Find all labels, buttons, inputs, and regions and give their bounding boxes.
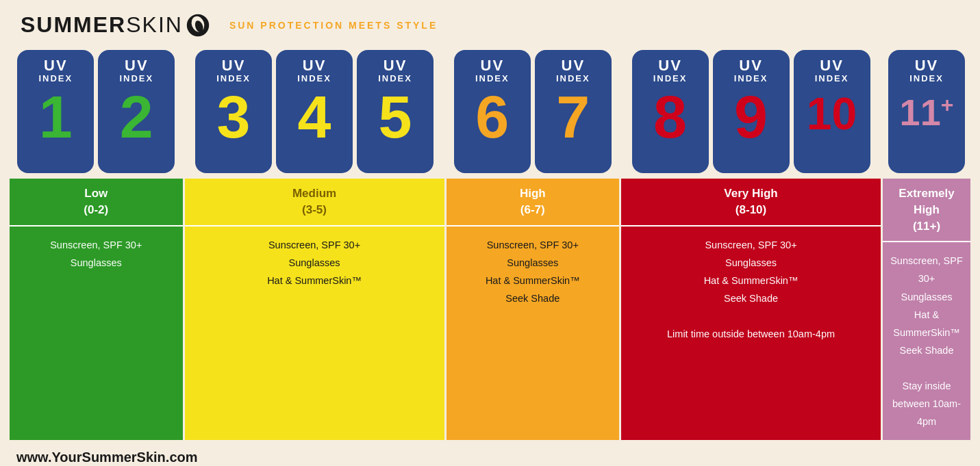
- uv-number-3: 3: [217, 87, 251, 147]
- uv-label-5: UV INDEX: [378, 58, 412, 84]
- extreme-badges: UV INDEX 11+: [883, 44, 970, 179]
- uv-label-1: UV INDEX: [38, 58, 73, 84]
- uv-badge-10: UV INDEX 10: [794, 50, 870, 173]
- medium-badges: UV INDEX 3 UV INDEX 4 UV: [185, 44, 444, 179]
- uv-badge-1: UV INDEX 1: [17, 50, 94, 173]
- info-extreme: Sunscreen, SPF 30+SunglassesHat & Summer…: [883, 241, 970, 440]
- uv-badge-8: UV INDEX 8: [632, 50, 709, 173]
- group-medium: UV INDEX 3 UV INDEX 4 UV: [185, 44, 447, 440]
- group-very-high: UV INDEX 8 UV INDEX 9 UV: [621, 44, 883, 440]
- uv-badge-4: UV INDEX 4: [276, 50, 353, 173]
- group-low: UV INDEX 1 UV INDEX 2 Low: [10, 44, 185, 440]
- uv-badge-2: UV INDEX 2: [98, 50, 175, 173]
- brand-logo: SUMMER SKIN: [21, 12, 210, 38]
- cat-range-low: (0-2): [84, 203, 108, 216]
- info-high: Sunscreen, SPF 30+SunglassesHat & Summer…: [447, 225, 620, 441]
- uv-number-6: 6: [475, 87, 509, 147]
- cat-range-high: (6-7): [520, 203, 545, 216]
- page: { "brand": { "summer": "SUMMER", "skin":…: [0, 0, 980, 466]
- uv-number-2: 2: [120, 87, 153, 147]
- cat-range-medium: (3-5): [302, 203, 327, 216]
- group-high: UV INDEX 6 UV INDEX 7 High: [447, 44, 622, 440]
- footer-url: www.YourSummerSkin.com: [16, 450, 198, 465]
- info-very-high: Sunscreen, SPF 30+SunglassesHat & Summer…: [621, 225, 881, 441]
- very-high-badges: UV INDEX 8 UV INDEX 9 UV: [621, 44, 881, 179]
- cat-label-low: Low: [84, 187, 108, 200]
- uv-number-11: 11+: [900, 94, 954, 131]
- uv-badge-11: UV INDEX 11+: [888, 50, 965, 173]
- brand-skin: SKIN: [126, 12, 183, 38]
- brand-tagline: SUN PROTECTION MEETS STYLE: [229, 20, 438, 31]
- info-medium: Sunscreen, SPF 30+SunglassesHat & Summer…: [185, 225, 444, 441]
- low-badges: UV INDEX 1 UV INDEX 2: [10, 44, 183, 179]
- cat-label-very-high: Very High: [724, 187, 777, 200]
- uv-badge-6: UV INDEX 6: [454, 50, 531, 173]
- footer: www.YourSummerSkin.com: [0, 440, 980, 466]
- category-low: Low (0-2): [10, 179, 183, 225]
- group-extreme: UV INDEX 11+ Extremely High (11+) Sunscr…: [883, 44, 970, 440]
- main-content: UV INDEX 1 UV INDEX 2 Low: [0, 44, 980, 440]
- uv-badge-9: UV INDEX 9: [713, 50, 790, 173]
- cat-label-high: High: [520, 187, 546, 200]
- category-high: High (6-7): [447, 179, 620, 225]
- category-medium: Medium (3-5): [185, 179, 444, 225]
- category-very-high: Very High (8-10): [621, 179, 881, 225]
- uv-label-11: UV INDEX: [909, 58, 944, 84]
- uv-label-10: UV INDEX: [815, 58, 849, 84]
- uv-number-1: 1: [39, 87, 73, 147]
- uv-number-4: 4: [298, 87, 331, 147]
- uv-number-7: 7: [556, 87, 590, 147]
- uv-number-9: 9: [734, 87, 768, 147]
- header: SUMMER SKIN SUN PROTECTION MEETS STYLE: [0, 0, 980, 44]
- high-badges: UV INDEX 6 UV INDEX 7: [447, 44, 620, 179]
- category-extreme: Extremely High (11+): [883, 179, 970, 241]
- uv-label-8: UV INDEX: [653, 58, 688, 84]
- uv-label-4: UV INDEX: [297, 58, 331, 84]
- cat-label-medium: Medium: [292, 187, 336, 200]
- uv-label-3: UV INDEX: [216, 58, 251, 84]
- uv-number-8: 8: [653, 87, 687, 147]
- uv-number-5: 5: [379, 87, 412, 147]
- cat-range-extreme: (11+): [913, 220, 940, 233]
- uv-label-9: UV INDEX: [734, 58, 768, 84]
- uv-number-10: 10: [807, 91, 857, 136]
- cat-label-extreme: Extremely High: [899, 187, 954, 216]
- uv-badge-7: UV INDEX 7: [535, 50, 612, 173]
- uv-label-6: UV INDEX: [475, 58, 510, 84]
- uv-groups-container: UV INDEX 1 UV INDEX 2 Low: [10, 44, 970, 440]
- uv-badge-3: UV INDEX 3: [195, 50, 272, 173]
- uv-label-7: UV INDEX: [556, 58, 590, 84]
- cat-range-very-high: (8-10): [736, 203, 766, 216]
- brand-icon: [186, 13, 210, 38]
- info-low: Sunscreen, SPF 30+Sunglasses: [10, 225, 183, 441]
- brand-summer: SUMMER: [21, 12, 126, 38]
- uv-badge-5: UV INDEX 5: [357, 50, 434, 173]
- uv-label-2: UV INDEX: [119, 58, 153, 84]
